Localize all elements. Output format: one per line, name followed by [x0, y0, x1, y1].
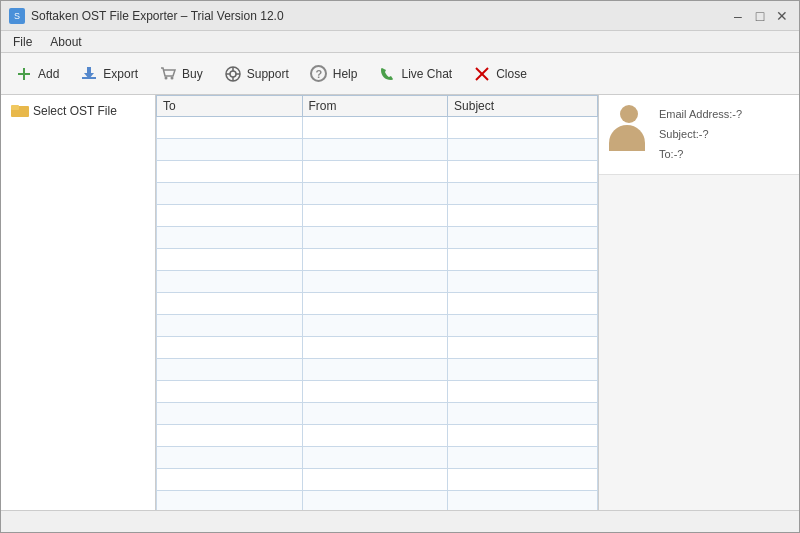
close-toolbar-icon	[472, 64, 492, 84]
buy-button[interactable]: Buy	[149, 57, 212, 91]
svg-point-6	[171, 76, 174, 79]
window-close-button[interactable]: ✕	[773, 7, 791, 25]
table-cell	[448, 381, 598, 403]
table-row[interactable]	[157, 337, 598, 359]
svg-point-5	[165, 76, 168, 79]
table-row[interactable]	[157, 183, 598, 205]
table-cell	[448, 183, 598, 205]
table-cell	[302, 205, 448, 227]
table-row[interactable]	[157, 403, 598, 425]
close-label: Close	[496, 67, 527, 81]
table-cell	[302, 359, 448, 381]
window-title: Softaken OST File Exporter – Trial Versi…	[31, 9, 284, 23]
table-cell	[302, 403, 448, 425]
to-field: To:-?	[659, 145, 742, 165]
table-cell	[157, 205, 303, 227]
left-panel: Select OST File	[1, 95, 156, 510]
table-cell	[448, 139, 598, 161]
table-cell	[302, 315, 448, 337]
folder-icon	[11, 102, 29, 120]
toolbar: Add Export Buy	[1, 53, 799, 95]
table-cell	[157, 293, 303, 315]
table-row[interactable]	[157, 469, 598, 491]
table-cell	[157, 381, 303, 403]
menu-bar: File About	[1, 31, 799, 53]
maximize-button[interactable]: □	[751, 7, 769, 25]
avatar-body	[609, 125, 645, 151]
livechat-icon	[377, 64, 397, 84]
minimize-button[interactable]: –	[729, 7, 747, 25]
table-cell	[448, 293, 598, 315]
table-row[interactable]	[157, 359, 598, 381]
table-row[interactable]	[157, 205, 598, 227]
help-label: Help	[333, 67, 358, 81]
table-cell	[448, 447, 598, 469]
table-cell	[302, 425, 448, 447]
table-row[interactable]	[157, 381, 598, 403]
add-button[interactable]: Add	[5, 57, 68, 91]
table-row[interactable]	[157, 447, 598, 469]
table-cell	[157, 183, 303, 205]
support-icon	[223, 64, 243, 84]
table-row[interactable]	[157, 139, 598, 161]
table-row[interactable]	[157, 491, 598, 511]
col-from: From	[302, 96, 448, 117]
select-ost-label: Select OST File	[33, 104, 117, 118]
table-cell	[157, 315, 303, 337]
help-icon: ?	[309, 64, 329, 84]
table-cell	[157, 491, 303, 511]
center-panel: To From Subject	[156, 95, 599, 510]
table-cell	[302, 447, 448, 469]
table-cell	[302, 491, 448, 511]
table-row[interactable]	[157, 315, 598, 337]
help-button[interactable]: ? Help	[300, 57, 367, 91]
table-cell	[157, 117, 303, 139]
table-cell	[302, 271, 448, 293]
close-button[interactable]: Close	[463, 57, 536, 91]
table-cell	[448, 271, 598, 293]
table-cell	[302, 293, 448, 315]
email-address-field: Email Address:-?	[659, 105, 742, 125]
table-row[interactable]	[157, 227, 598, 249]
table-row[interactable]	[157, 161, 598, 183]
table-row[interactable]	[157, 293, 598, 315]
buy-icon	[158, 64, 178, 84]
table-cell	[157, 139, 303, 161]
livechat-button[interactable]: Live Chat	[368, 57, 461, 91]
export-button[interactable]: Export	[70, 57, 147, 91]
table-row[interactable]	[157, 271, 598, 293]
table-cell	[302, 161, 448, 183]
svg-rect-1	[23, 68, 25, 80]
table-row[interactable]	[157, 425, 598, 447]
table-cell	[448, 337, 598, 359]
menu-about[interactable]: About	[42, 33, 89, 51]
table-cell	[302, 117, 448, 139]
table-cell	[448, 227, 598, 249]
title-bar-left: S Softaken OST File Exporter – Trial Ver…	[9, 8, 284, 24]
add-label: Add	[38, 67, 59, 81]
table-cell	[302, 337, 448, 359]
support-button[interactable]: Support	[214, 57, 298, 91]
status-bar	[1, 510, 799, 532]
window-controls: – □ ✕	[729, 7, 791, 25]
menu-file[interactable]: File	[5, 33, 40, 51]
avatar	[609, 105, 649, 153]
email-list-scroll[interactable]: To From Subject	[156, 95, 598, 510]
table-cell	[448, 205, 598, 227]
table-cell	[157, 359, 303, 381]
app-window: S Softaken OST File Exporter – Trial Ver…	[0, 0, 800, 533]
table-cell	[157, 447, 303, 469]
table-row[interactable]	[157, 117, 598, 139]
table-row[interactable]	[157, 249, 598, 271]
svg-rect-16	[11, 105, 19, 110]
table-cell	[448, 161, 598, 183]
table-cell	[157, 425, 303, 447]
table-cell	[157, 227, 303, 249]
select-ost-button[interactable]: Select OST File	[5, 99, 151, 123]
table-cell	[302, 139, 448, 161]
subject-field: Subject:-?	[659, 125, 742, 145]
main-content: Select OST File To From Subject	[1, 95, 799, 510]
table-cell	[302, 227, 448, 249]
export-label: Export	[103, 67, 138, 81]
add-icon	[14, 64, 34, 84]
